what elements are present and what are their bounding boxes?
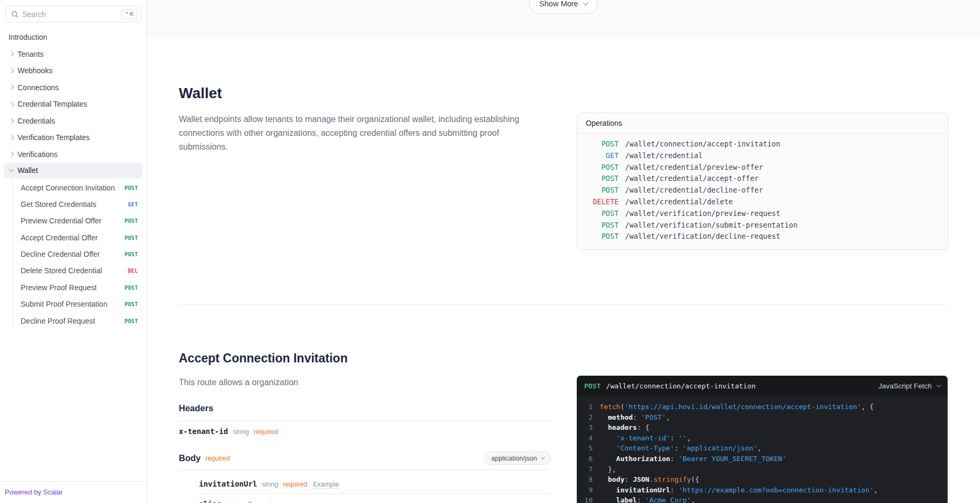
operation-row[interactable]: POST/wallet/verification/preview-request xyxy=(586,208,939,220)
code-line: 4 'x-tenant-id': '', xyxy=(577,433,948,444)
sidebar-item-decline-proof-request[interactable]: Decline Proof RequestPOST xyxy=(13,314,146,330)
example-link[interactable]: Example xyxy=(313,481,339,489)
sidebar-item-submit-proof-presentation[interactable]: Submit Proof PresentationPOST xyxy=(13,297,146,313)
param-type: string xyxy=(233,428,249,436)
operation-row[interactable]: DELETE/wallet/credential/delete xyxy=(586,196,939,208)
method-badge: GET xyxy=(128,200,138,207)
code-line: 9 invitationUrl: 'https://example.com?oo… xyxy=(577,485,948,496)
code-line: 1fetch('https://api.hovi.id/wallet/conne… xyxy=(577,402,948,412)
sidebar-group-label: Webhooks xyxy=(18,66,53,75)
show-more-button[interactable]: Show More xyxy=(529,0,597,14)
operation-row[interactable]: POST/wallet/credential/preview-offer xyxy=(586,162,939,174)
sidebar-group-wallet[interactable]: Wallet xyxy=(4,163,143,178)
method-badge: POST xyxy=(125,216,138,224)
body-params-list: invitationUrlstringrequiredExamplealiass… xyxy=(199,474,551,503)
example-link[interactable]: Example xyxy=(248,501,274,503)
sidebar-item-decline-credential-offer[interactable]: Decline Credential OfferPOST xyxy=(13,247,146,263)
body-param-row: aliasstringExample xyxy=(199,493,551,503)
operation-row[interactable]: POST/wallet/verification/decline-request xyxy=(586,231,939,242)
headers-rule xyxy=(179,421,551,421)
sidebar-item-introduction[interactable]: Introduction xyxy=(0,29,146,46)
operation-row[interactable]: GET/wallet/credential xyxy=(586,150,939,162)
sidebar-group-webhooks[interactable]: Webhooks xyxy=(0,63,146,80)
body-rule xyxy=(179,470,551,470)
method-badge: POST xyxy=(586,138,619,150)
line-content: 'x-tenant-id': '', xyxy=(593,433,691,444)
method-badge: POST xyxy=(125,184,138,191)
method-badge: POST xyxy=(125,317,138,324)
method-badge: POST xyxy=(586,208,619,220)
operation-row[interactable]: POST/wallet/verification/submit-presenta… xyxy=(586,220,939,231)
chevron-down-icon xyxy=(583,1,588,6)
operation-row[interactable]: POST/wallet/credential/accept-offer xyxy=(586,173,939,185)
sidebar-item-label: Preview Credential Offer xyxy=(21,216,116,226)
search-icon xyxy=(11,11,19,18)
sidebar-item-label: Preview Proof Request xyxy=(21,283,116,293)
main-content: Show More Wallet Wallet endpoints allow … xyxy=(147,0,980,503)
line-content: 'Content-Type': 'application/json', xyxy=(593,443,761,454)
sidebar-group-credentials[interactable]: Credentials xyxy=(0,112,146,129)
operations-card: Operations POST/wallet/connection/accept… xyxy=(577,112,948,250)
sidebar-group-label: Wallet xyxy=(18,166,38,175)
sidebar-item-label: Delete Stored Credential xyxy=(21,266,116,276)
sidebar-group-tenants[interactable]: Tenants xyxy=(0,46,146,63)
code-sample-header: POST /wallet/connection/accept-invitatio… xyxy=(577,376,948,396)
code-language-select[interactable]: JavaScript Fetch xyxy=(878,382,940,390)
sidebar-item-accept-credential-offer[interactable]: Accept Credential OfferPOST xyxy=(13,230,146,247)
search-input[interactable] xyxy=(22,10,118,19)
search-shortcut-kbd: ^ K xyxy=(122,9,137,19)
operation-path: /wallet/credential/preview-offer xyxy=(625,162,763,174)
line-content: method: 'POST', xyxy=(593,412,670,423)
code-line: 3 headers: { xyxy=(577,422,948,433)
sidebar-item-preview-proof-request[interactable]: Preview Proof RequestPOST xyxy=(13,280,146,297)
show-more-label: Show More xyxy=(539,0,578,8)
content-type-select[interactable]: application/json xyxy=(485,452,551,465)
sidebar-item-label: Accept Credential Offer xyxy=(21,233,116,243)
sidebar-group-verifications[interactable]: Verifications xyxy=(0,146,146,163)
method-badge: DELETE xyxy=(586,196,619,208)
line-number: 2 xyxy=(577,412,593,423)
operation-row[interactable]: POST/wallet/connection/accept-invitation xyxy=(586,138,939,150)
body-heading: Body xyxy=(179,453,201,463)
body-heading-row: Body required application/json xyxy=(179,452,551,465)
wallet-subnav: Accept Connection InvitationPOSTGet Stor… xyxy=(13,178,146,331)
code-line: 2 method: 'POST', xyxy=(577,412,948,423)
line-number: 6 xyxy=(577,454,593,464)
line-number: 3 xyxy=(577,422,593,433)
sidebar-item-preview-credential-offer[interactable]: Preview Credential OfferPOST xyxy=(13,213,146,230)
operation-path: /wallet/connection/accept-invitation xyxy=(625,138,780,150)
method-badge: GET xyxy=(586,150,619,162)
code-line: 6 Authorization: 'Bearer YOUR_SECRET_TOK… xyxy=(577,454,948,464)
chevron-right-icon xyxy=(9,51,14,57)
search-box[interactable]: ^ K xyxy=(5,6,141,22)
operation-path: /wallet/credential/accept-offer xyxy=(625,173,759,185)
code-lines[interactable]: 1fetch('https://api.hovi.id/wallet/conne… xyxy=(577,396,948,503)
sidebar-groups: TenantsWebhooksConnectionsCredential Tem… xyxy=(0,46,146,163)
chevron-down-icon xyxy=(541,456,545,459)
operation-row[interactable]: POST/wallet/credential/decline-offer xyxy=(586,185,939,196)
sidebar-group-label: Credentials xyxy=(18,117,55,125)
section-divider xyxy=(179,304,948,305)
line-number: 5 xyxy=(577,443,593,454)
sidebar-group-verification-templates[interactable]: Verification Templates xyxy=(0,129,146,146)
sidebar-nav: Introduction TenantsWebhooksConnectionsC… xyxy=(0,22,146,481)
sidebar-group-connections[interactable]: Connections xyxy=(0,79,146,96)
sidebar-item-label: Decline Credential Offer xyxy=(21,250,116,259)
sidebar-group-label: Verifications xyxy=(18,150,57,159)
line-content: Authorization: 'Bearer YOUR_SECRET_TOKEN… xyxy=(593,454,786,464)
sidebar-item-accept-connection-invitation[interactable]: Accept Connection InvitationPOST xyxy=(13,180,146,197)
code-line: 5 'Content-Type': 'application/json', xyxy=(577,443,948,454)
sidebar-item-get-stored-credentials[interactable]: Get Stored CredentialsGET xyxy=(13,197,146,213)
sidebar-item-delete-stored-credential[interactable]: Delete Stored CredentialDEL xyxy=(13,263,146,280)
sidebar-group-label: Credential Templates xyxy=(18,100,87,108)
chevron-right-icon xyxy=(9,118,14,124)
operations-list: POST/wallet/connection/accept-invitation… xyxy=(577,134,948,249)
powered-by-scalar-link[interactable]: Powered by Scalar xyxy=(5,488,63,496)
header-param-row: x-tenant-idstringrequired xyxy=(179,427,278,436)
sidebar-group-label: Verification Templates xyxy=(18,133,90,142)
method-badge: POST xyxy=(125,233,138,241)
operation-path: /wallet/verification/preview-request xyxy=(625,208,780,220)
operation-path: /wallet/credential/decline-offer xyxy=(625,185,763,196)
sidebar-group-credential-templates[interactable]: Credential Templates xyxy=(0,96,146,113)
line-number: 7 xyxy=(577,464,593,475)
